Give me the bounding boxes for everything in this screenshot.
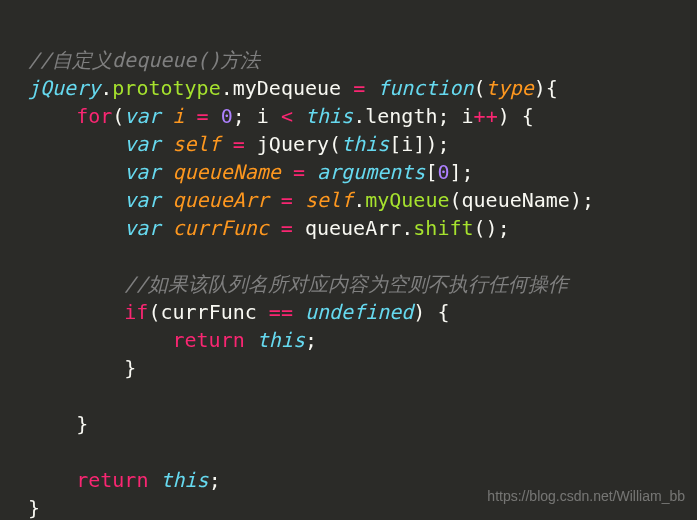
token-paren-brace: ){ bbox=[534, 76, 558, 100]
token-shift: shift bbox=[413, 216, 473, 240]
token-for: for bbox=[76, 104, 112, 128]
token-bracket: [ bbox=[425, 160, 437, 184]
comment-line: //自定义dequeue()方法 bbox=[28, 48, 260, 72]
token-length: length bbox=[365, 104, 437, 128]
token-number: 0 bbox=[221, 104, 233, 128]
token-this: this bbox=[341, 132, 389, 156]
token-i: i bbox=[257, 104, 269, 128]
token-jquery-call: jQuery bbox=[257, 132, 329, 156]
token-dot: . bbox=[353, 104, 365, 128]
token-dot: . bbox=[221, 76, 233, 100]
token-bracket-semi: ]; bbox=[449, 160, 473, 184]
token-queuename-decl: queueName bbox=[173, 160, 281, 184]
token-currfunc-decl: currFunc bbox=[173, 216, 269, 240]
space bbox=[160, 104, 172, 128]
token-assign: = bbox=[281, 160, 317, 184]
token-prototype: prototype bbox=[112, 76, 220, 100]
token-paren: ( bbox=[474, 76, 486, 100]
token-mydequeue: myDequeue bbox=[233, 76, 341, 100]
token-bracket-paren-semi: ]); bbox=[413, 132, 449, 156]
token-var: var bbox=[124, 160, 160, 184]
token-number: 0 bbox=[437, 160, 449, 184]
token-eqeq: == bbox=[257, 300, 305, 324]
space bbox=[160, 216, 172, 240]
watermark-text: https://blog.csdn.net/William_bb bbox=[487, 482, 685, 510]
token-brace-close: } bbox=[28, 496, 40, 520]
token-lt: < bbox=[269, 104, 305, 128]
token-this: this bbox=[305, 104, 353, 128]
token-queuearr-ref: queueArr bbox=[305, 216, 401, 240]
token-paren-brace: ) { bbox=[498, 104, 534, 128]
token-var: var bbox=[124, 216, 160, 240]
space bbox=[160, 188, 172, 212]
token-jquery: jQuery bbox=[28, 76, 100, 100]
token-param-type: type bbox=[486, 76, 534, 100]
token-assign: = bbox=[221, 132, 257, 156]
token-paren: ( bbox=[148, 300, 160, 324]
token-undefined: undefined bbox=[305, 300, 413, 324]
token-paren: ( bbox=[449, 188, 461, 212]
token-semi: ; bbox=[233, 104, 257, 128]
token-i-decl: i bbox=[173, 104, 185, 128]
token-dot: . bbox=[100, 76, 112, 100]
token-if: if bbox=[124, 300, 148, 324]
token-function: function bbox=[377, 76, 473, 100]
token-dot: . bbox=[353, 188, 365, 212]
token-assign: = bbox=[185, 104, 221, 128]
token-paren: ( bbox=[329, 132, 341, 156]
token-paren-brace: ) { bbox=[413, 300, 449, 324]
token-inc: ++ bbox=[474, 104, 498, 128]
space bbox=[160, 160, 172, 184]
token-queuearr-decl: queueArr bbox=[173, 188, 269, 212]
token-brace-close: } bbox=[76, 412, 88, 436]
token-assign: = bbox=[269, 216, 305, 240]
token-queuename-ref: queueName bbox=[462, 188, 570, 212]
token-paren: ( bbox=[112, 104, 124, 128]
space bbox=[245, 328, 257, 352]
token-var: var bbox=[124, 132, 160, 156]
token-dot: . bbox=[401, 216, 413, 240]
token-parens-semi: (); bbox=[474, 216, 510, 240]
token-i: i bbox=[401, 132, 413, 156]
token-this: this bbox=[160, 468, 208, 492]
token-paren-semi: ); bbox=[570, 188, 594, 212]
token-assign: = bbox=[269, 188, 305, 212]
token-semi: ; bbox=[437, 104, 461, 128]
token-brace-close: } bbox=[124, 356, 136, 380]
token-myqueue: myQueue bbox=[365, 188, 449, 212]
token-return: return bbox=[76, 468, 148, 492]
token-i: i bbox=[462, 104, 474, 128]
token-arguments: arguments bbox=[317, 160, 425, 184]
token-var: var bbox=[124, 188, 160, 212]
token-semi: ; bbox=[209, 468, 221, 492]
token-semi: ; bbox=[305, 328, 317, 352]
code-editor: //自定义dequeue()方法 jQuery.prototype.myDequ… bbox=[0, 0, 697, 520]
comment-line: //如果该队列名所对应内容为空则不执行任何操作 bbox=[124, 272, 568, 296]
token-bracket: [ bbox=[389, 132, 401, 156]
token-assign: = bbox=[341, 76, 377, 100]
token-var: var bbox=[124, 104, 160, 128]
space bbox=[160, 132, 172, 156]
token-self-decl: self bbox=[173, 132, 221, 156]
token-return: return bbox=[173, 328, 245, 352]
token-this: this bbox=[257, 328, 305, 352]
space bbox=[148, 468, 160, 492]
token-self-ref: self bbox=[305, 188, 353, 212]
token-currfunc-ref: currFunc bbox=[160, 300, 256, 324]
